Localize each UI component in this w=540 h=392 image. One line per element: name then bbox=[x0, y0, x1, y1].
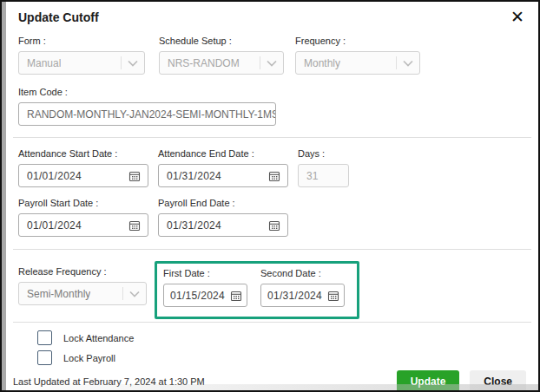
payroll-row: Payroll Start Date : Payroll End Date : bbox=[18, 198, 526, 237]
item-code-input[interactable] bbox=[19, 103, 275, 125]
second-date-field: Second Date : bbox=[260, 268, 345, 307]
calendar-icon bbox=[327, 290, 339, 302]
form-row: Form : Manual Schedule Setup : NRS-RANDO… bbox=[18, 36, 526, 75]
payroll-end-input[interactable] bbox=[159, 214, 265, 236]
attendance-row: Attendance Start Date : Attendance End D… bbox=[18, 148, 526, 187]
release-dates-highlight-box: First Date : Second Date : bbox=[155, 261, 359, 319]
bottom-shadow bbox=[6, 384, 538, 390]
payroll-end-input-wrap bbox=[158, 213, 288, 237]
payroll-end-field: Payroll End Date : bbox=[158, 198, 288, 237]
payroll-start-field: Payroll Start Date : bbox=[18, 198, 148, 237]
lock-payroll-label: Lock Payroll bbox=[63, 353, 115, 363]
frequency-dropdown[interactable]: Monthly bbox=[295, 51, 420, 75]
schedule-setup-dropdown[interactable]: NRS-RANDOM bbox=[159, 51, 284, 75]
payroll-start-label: Payroll Start Date : bbox=[18, 198, 148, 208]
calendar-icon bbox=[128, 219, 141, 232]
update-cutoff-window: Update Cutoff ✕ Form : Manual Schedule S… bbox=[0, 0, 540, 392]
frequency-dropdown-value: Monthly bbox=[296, 57, 340, 69]
attendance-start-field: Attendance Start Date : bbox=[18, 148, 148, 187]
form-label: Form : bbox=[18, 36, 145, 46]
dialog-header: Update Cutoff ✕ bbox=[18, 9, 526, 25]
calendar-icon bbox=[268, 219, 280, 232]
item-code-input-wrap bbox=[18, 102, 276, 126]
second-date-calendar-button[interactable] bbox=[326, 290, 344, 302]
form-dropdown[interactable]: Manual bbox=[18, 51, 145, 75]
dropdown-divider bbox=[122, 287, 123, 300]
attendance-start-calendar-button[interactable] bbox=[125, 170, 148, 182]
chevron-down-icon bbox=[267, 60, 277, 67]
attendance-end-input[interactable] bbox=[159, 165, 265, 186]
form-dropdown-value: Manual bbox=[19, 57, 61, 69]
lock-attendance-row: Lock Attendance bbox=[37, 330, 526, 345]
second-date-input-wrap bbox=[260, 284, 345, 307]
dropdown-divider bbox=[121, 56, 122, 69]
lock-attendance-label: Lock Attendance bbox=[63, 333, 134, 343]
lock-payroll-row: Lock Payroll bbox=[37, 350, 526, 365]
first-date-input[interactable] bbox=[164, 284, 229, 306]
chevron-down-icon bbox=[128, 60, 138, 67]
first-date-field: First Date : bbox=[163, 268, 247, 307]
section-divider bbox=[13, 322, 531, 323]
release-frequency-label: Release Frequency : bbox=[18, 266, 147, 277]
release-frequency-field: Release Frequency : Semi-Monthly bbox=[18, 266, 147, 305]
payroll-start-input[interactable] bbox=[19, 214, 125, 236]
days-input[interactable] bbox=[299, 170, 348, 182]
attendance-end-calendar-button[interactable] bbox=[265, 170, 287, 182]
attendance-end-input-wrap bbox=[158, 164, 288, 187]
lock-attendance-checkbox[interactable] bbox=[37, 330, 52, 345]
lock-payroll-checkbox[interactable] bbox=[37, 350, 52, 365]
days-field: Days : bbox=[298, 148, 349, 187]
days-input-wrap bbox=[298, 164, 349, 187]
days-label: Days : bbox=[298, 148, 349, 159]
first-date-input-wrap bbox=[163, 284, 247, 307]
first-date-label: First Date : bbox=[163, 268, 247, 278]
release-row: Release Frequency : Semi-Monthly First D… bbox=[18, 261, 526, 319]
section-divider bbox=[13, 137, 531, 138]
attendance-start-input-wrap bbox=[18, 164, 148, 187]
attendance-start-label: Attendance Start Date : bbox=[18, 148, 148, 159]
calendar-icon bbox=[268, 170, 280, 182]
first-date-calendar-button[interactable] bbox=[229, 290, 247, 302]
chevron-down-icon bbox=[403, 60, 413, 67]
dropdown-divider bbox=[396, 56, 397, 69]
release-frequency-dropdown-value: Semi-Monthly bbox=[19, 288, 90, 300]
section-divider bbox=[13, 249, 531, 250]
form-field: Form : Manual bbox=[18, 36, 145, 75]
close-icon[interactable]: ✕ bbox=[509, 9, 526, 25]
calendar-icon bbox=[128, 170, 141, 182]
locks-section: Lock Attendance Lock Payroll bbox=[37, 330, 526, 370]
second-date-input[interactable] bbox=[261, 284, 326, 306]
chevron-down-icon bbox=[129, 291, 140, 297]
release-frequency-dropdown[interactable]: Semi-Monthly bbox=[18, 282, 147, 305]
dropdown-divider bbox=[260, 56, 260, 69]
update-cutoff-dialog: Update Cutoff ✕ Form : Manual Schedule S… bbox=[6, 2, 538, 390]
item-code-label: Item Code : bbox=[18, 87, 276, 97]
attendance-end-label: Attendance End Date : bbox=[158, 148, 288, 159]
payroll-start-input-wrap bbox=[18, 213, 148, 237]
second-date-label: Second Date : bbox=[260, 268, 345, 278]
payroll-end-label: Payroll End Date : bbox=[158, 198, 288, 208]
attendance-start-input[interactable] bbox=[19, 165, 125, 186]
frequency-field: Frequency : Monthly bbox=[295, 36, 420, 75]
frequency-label: Frequency : bbox=[295, 36, 420, 46]
schedule-setup-field: Schedule Setup : NRS-RANDOM bbox=[159, 36, 284, 75]
calendar-icon bbox=[230, 290, 242, 302]
schedule-setup-dropdown-value: NRS-RANDOM bbox=[160, 57, 240, 69]
schedule-setup-label: Schedule Setup : bbox=[159, 36, 284, 46]
payroll-end-calendar-button[interactable] bbox=[265, 219, 287, 232]
item-code-field: Item Code : bbox=[18, 87, 276, 126]
payroll-start-calendar-button[interactable] bbox=[125, 219, 148, 232]
attendance-end-field: Attendance End Date : bbox=[158, 148, 288, 187]
dialog-title: Update Cutoff bbox=[18, 9, 99, 24]
